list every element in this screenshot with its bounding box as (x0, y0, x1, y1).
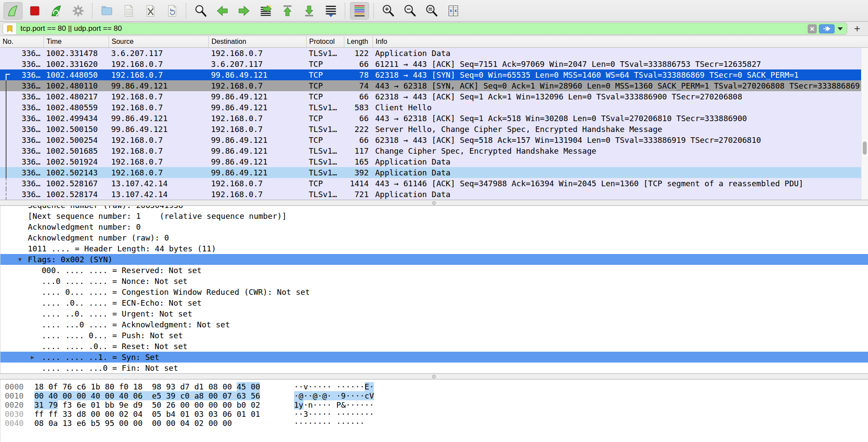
splitter-handle-icon[interactable] (432, 375, 436, 379)
packet-row[interactable]: 336…1002.3314783.6.207.117192.168.0.7TLS… (0, 48, 868, 59)
cell-protocol: TLSv1… (307, 124, 344, 135)
pane-splitter-bottom[interactable] (0, 373, 868, 379)
scrollbar-thumb[interactable] (863, 142, 867, 155)
packet-row[interactable]: 336…1002.52817413.107.42.14192.168.0.7TL… (0, 189, 868, 200)
restart-capture-button[interactable] (47, 2, 66, 20)
zoom-out-button[interactable] (400, 2, 419, 20)
packet-row[interactable]: 336…1002.448050192.168.0.799.86.49.121TC… (0, 69, 868, 80)
detail-tree-item[interactable]: ▶.... .... ..1. = Syn: Set (0, 352, 868, 363)
cell-no: 336… (0, 102, 44, 113)
column-header-time[interactable]: Time (44, 36, 109, 47)
packet-row[interactable]: 336…1002.331620192.168.0.73.6.207.117TCP… (0, 59, 868, 69)
find-packet-button[interactable] (191, 2, 210, 20)
detail-tree-item[interactable]: [Next sequence number: 1 (relative seque… (0, 211, 868, 221)
detail-tree-item[interactable]: .... .0.. .... = ECN-Echo: Not set (0, 297, 868, 308)
detail-tree-item[interactable]: .... .... ...0 = Fin: Not set (0, 363, 868, 373)
packet-row[interactable]: 336…1002.48011099.86.49.121192.168.0.7TC… (0, 80, 868, 91)
packet-row[interactable]: 336…1002.501924192.168.0.799.86.49.121TL… (0, 156, 868, 167)
colorize-button[interactable] (350, 2, 369, 20)
packet-row[interactable]: 336…1002.50015099.86.49.121192.168.0.7TL… (0, 124, 868, 135)
detail-tree-item[interactable]: .... ..0. .... = Urgent: Not set (0, 308, 868, 319)
packet-row[interactable]: 336…1002.501685192.168.0.799.86.49.121TL… (0, 145, 868, 156)
cell-time: 1002.448050 (44, 69, 109, 80)
packet-row[interactable]: 336…1002.500254192.168.0.799.86.49.121TC… (0, 135, 868, 145)
cell-length: 122 (344, 48, 373, 59)
reload-file-button[interactable] (162, 2, 182, 20)
detail-tree-item[interactable]: .... .... 0... = Push: Not set (0, 330, 868, 341)
hex-row[interactable]: 004008 0a 13 e6 b5 95 00 00 00 00 04 02 … (0, 419, 868, 428)
hex-ascii: ··3····· ········ (294, 409, 374, 419)
packet-row[interactable]: 336…1002.49943499.86.49.121192.168.0.7TC… (0, 113, 868, 124)
go-to-top-button[interactable] (278, 2, 297, 20)
detail-item-label: .... .... .0.. = Reset: Not set (42, 342, 188, 351)
column-header-destination[interactable]: Destination (209, 36, 307, 47)
stop-capture-button[interactable] (25, 2, 44, 20)
filter-bookmark-button[interactable] (3, 23, 17, 34)
cell-info: 62318 → 443 [ACK] Seq=1 Ack=1 Win=132096… (373, 91, 868, 102)
cell-info: 443 → 62318 [SYN, ACK] Seq=0 Ack=1 Win=2… (373, 80, 868, 91)
column-header-protocol[interactable]: Protocol (307, 36, 344, 47)
save-file-button[interactable]: 010101100101 (119, 2, 138, 20)
detail-tree-item[interactable]: ...0 .... .... = Nonce: Not set (0, 276, 868, 287)
packet-row[interactable]: 336…1002.480559192.168.0.799.86.49.121TL… (0, 102, 868, 113)
column-header-no[interactable]: No. (0, 36, 44, 47)
detail-tree-item[interactable]: 1011 .... = Header Length: 44 bytes (11) (0, 243, 868, 254)
go-to-top-icon (281, 4, 294, 17)
open-file-button[interactable] (97, 2, 116, 20)
cell-no: 336… (0, 48, 44, 59)
zoom-out-icon (403, 4, 416, 17)
go-to-bottom-button[interactable] (300, 2, 319, 20)
clear-filter-button[interactable] (808, 24, 817, 33)
go-to-packet-button[interactable] (256, 2, 275, 20)
hex-row[interactable]: 0030ff ff 33 d8 00 00 02 04 05 b4 01 03 … (0, 409, 868, 419)
cell-protocol: TLSv1… (307, 102, 344, 113)
zoom-in-button[interactable] (379, 2, 398, 20)
filter-dropdown-caret[interactable] (838, 27, 843, 30)
detail-item-label: [Next sequence number: 1 (relative seque… (28, 211, 287, 221)
detail-tree-item[interactable]: Acknowledgment number (raw): 0 (0, 232, 868, 243)
cell-source: 13.107.42.14 (109, 178, 209, 189)
svg-text:0101: 0101 (126, 13, 132, 16)
packet-row[interactable]: 336…1002.52816713.107.42.14192.168.0.7TC… (0, 178, 868, 189)
column-header-info[interactable]: Info (373, 36, 868, 47)
display-filter-input[interactable] (17, 23, 808, 35)
packet-list-scrollbar[interactable] (861, 48, 868, 200)
hex-offset: 0040 (0, 419, 30, 428)
go-to-bottom-icon (303, 4, 316, 17)
hex-row[interactable]: 000018 0f 76 c6 1b 80 f0 18 98 93 d7 d1 … (0, 382, 868, 391)
detail-tree-item[interactable]: 000. .... .... = Reserved: Not set (0, 265, 868, 276)
expander-closed-icon[interactable]: ▶ (31, 352, 34, 363)
detail-tree-item[interactable]: Sequence number (raw): 2665041958 (0, 206, 868, 211)
expander-open-icon[interactable]: ▼ (18, 254, 22, 265)
go-forward-icon (238, 4, 251, 17)
capture-options-gear-button[interactable] (69, 2, 88, 20)
detail-tree-item[interactable]: .... ...0 .... = Acknowledgment: Not set (0, 319, 868, 330)
hex-row[interactable]: 002031 79 f3 6e 01 bb 9e d9 50 26 00 00 … (0, 400, 868, 409)
resize-columns-icon (447, 4, 460, 17)
splitter-handle-icon[interactable] (432, 201, 436, 205)
auto-scroll-button[interactable] (321, 2, 340, 20)
packet-row[interactable]: 336…1002.502143192.168.0.799.86.49.121TL… (0, 167, 868, 178)
go-forward-button[interactable] (234, 2, 254, 20)
start-capture-fin-button[interactable] (3, 2, 23, 20)
close-file-button[interactable] (141, 2, 160, 20)
packet-row[interactable]: 336…1002.480217192.168.0.799.86.49.121TC… (0, 91, 868, 102)
go-back-button[interactable] (213, 2, 232, 20)
pane-splitter-top[interactable] (0, 200, 868, 206)
detail-tree-item[interactable]: .... .... .0.. = Reset: Not set (0, 341, 868, 352)
resize-columns-button[interactable] (444, 2, 463, 20)
cell-protocol: TLSv1… (307, 189, 344, 200)
column-header-source[interactable]: Source (109, 36, 209, 47)
add-filter-button[interactable]: + (851, 22, 864, 35)
detail-tree-item[interactable]: ▼Flags: 0x002 (SYN) (0, 254, 868, 265)
conversation-line-indicator (6, 135, 7, 145)
column-header-length[interactable]: Length (344, 36, 373, 47)
apply-filter-button[interactable] (819, 24, 835, 33)
zoom-original-button[interactable] (422, 2, 441, 20)
display-filter-field[interactable] (3, 23, 847, 35)
cell-no: 336… (0, 135, 44, 145)
detail-tree-item[interactable]: Acknowledgment number: 0 (0, 221, 868, 232)
cell-time: 1002.480217 (44, 91, 109, 102)
detail-tree-item[interactable]: .... 0... .... = Congestion Window Reduc… (0, 287, 868, 297)
hex-row[interactable]: 001000 40 00 00 40 00 40 06 e5 39 c0 a8 … (0, 391, 868, 400)
